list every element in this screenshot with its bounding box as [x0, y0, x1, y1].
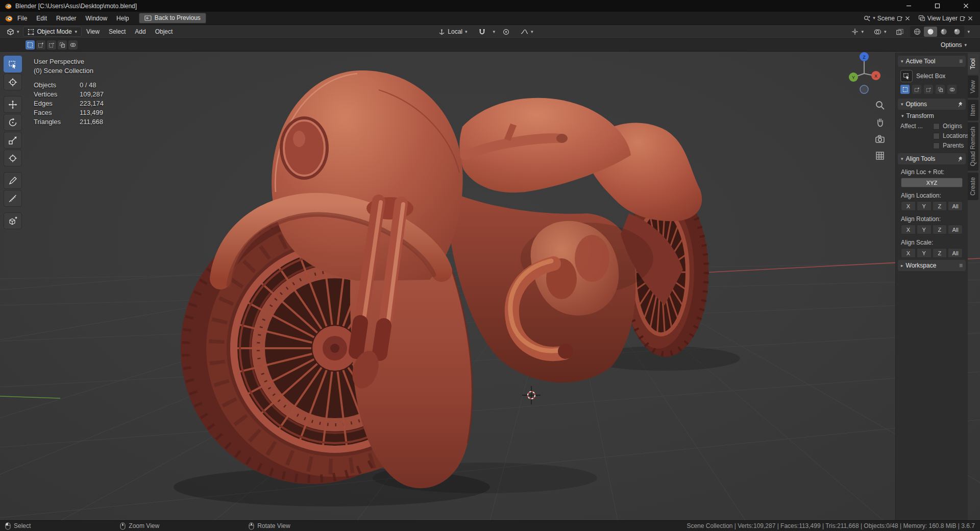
chevron-down-icon: ▾ [17, 30, 19, 34]
align-location-x-button[interactable]: X [901, 201, 916, 211]
xray-toggle[interactable] [893, 27, 907, 37]
align-rotation-y-button[interactable]: Y [917, 225, 932, 234]
align-scale-y-button[interactable]: Y [917, 248, 932, 258]
shading-rendered-button[interactable] [950, 27, 964, 37]
new-scene-icon[interactable] [897, 15, 903, 21]
select-mode-extend[interactable] [912, 85, 921, 94]
select-mode-subtract[interactable] [924, 85, 933, 94]
tool-move[interactable] [4, 96, 22, 113]
select-mode-extend[interactable] [36, 40, 45, 50]
tool-rotate[interactable] [4, 114, 22, 131]
tool-annotate[interactable] [4, 172, 22, 189]
unlink-scene-icon[interactable] [905, 16, 910, 21]
align-xyz-button[interactable]: XYZ [901, 178, 963, 187]
shading-material-button[interactable] [937, 27, 950, 37]
navigation-gizmo[interactable]: Z Y X [841, 50, 887, 96]
select-mode-invert[interactable] [58, 40, 67, 50]
align-location-all-button[interactable]: All [948, 201, 963, 211]
align-scale-all-button[interactable]: All [948, 248, 963, 258]
menu-add[interactable]: Add [130, 27, 150, 37]
align-rotation-x-button[interactable]: X [901, 225, 916, 234]
camera-view-button[interactable] [874, 133, 886, 145]
menu-view[interactable]: View [82, 27, 104, 37]
snap-dropdown-icon[interactable]: ▾ [493, 30, 496, 34]
panel-header-workspace[interactable]: ▸ Workspace ≡ [898, 260, 966, 271]
menu-help[interactable]: Help [112, 13, 134, 23]
menu-select[interactable]: Select [104, 27, 130, 37]
pin-icon[interactable] [958, 102, 963, 107]
tool-scale[interactable] [4, 132, 22, 149]
pin-icon[interactable] [958, 156, 963, 162]
panel-menu-icon[interactable]: ≡ [959, 58, 963, 65]
view-layer-icon[interactable] [918, 15, 925, 21]
panel-menu-icon[interactable]: ≡ [959, 262, 963, 269]
motorcycle-model[interactable] [181, 70, 708, 488]
menu-file[interactable]: File [13, 13, 32, 23]
show-gizmo-dropdown[interactable]: ▾ [848, 27, 867, 37]
panel-header-options[interactable]: ▾ Options [898, 99, 966, 110]
tool-transform[interactable] [4, 150, 22, 166]
shading-solid-button[interactable] [924, 27, 937, 37]
tab-quad-remesh[interactable]: Quad Remesh [968, 122, 978, 171]
menu-object[interactable]: Object [151, 27, 178, 37]
3d-viewport[interactable]: Options ▾ [0, 39, 980, 520]
tab-tool[interactable]: Tool [968, 54, 978, 74]
menu-edit[interactable]: Edit [32, 13, 52, 23]
close-button[interactable] [951, 0, 980, 12]
back-to-previous-button[interactable]: Back to Previous [139, 13, 206, 23]
align-scale-z-button[interactable]: Z [933, 248, 947, 258]
transform-subpanel[interactable]: ▾ Transform [897, 111, 966, 120]
new-view-layer-icon[interactable] [960, 15, 966, 21]
tool-options-dropdown[interactable]: Options ▾ [941, 41, 967, 49]
toggle-orthographic-button[interactable] [874, 150, 886, 162]
align-location-z-button[interactable]: Z [933, 201, 947, 211]
falloff-dropdown[interactable]: ▾ [517, 27, 537, 36]
shading-wireframe-button[interactable] [911, 27, 924, 37]
menu-window[interactable]: Window [81, 13, 112, 23]
align-rotation-all-button[interactable]: All [948, 225, 963, 234]
tool-select-box[interactable] [4, 56, 22, 73]
select-mode-invert[interactable] [936, 85, 945, 94]
panel-header-active-tool[interactable]: ▾ Active Tool ≡ [898, 56, 966, 67]
pan-view-button[interactable] [874, 116, 886, 128]
scene-name[interactable]: Scene [877, 15, 895, 22]
tab-create[interactable]: Create [968, 173, 978, 200]
tool-cursor[interactable] [4, 74, 22, 90]
proportional-editing-toggle[interactable] [499, 27, 513, 37]
shading-dropdown-icon[interactable]: ▾ [967, 30, 970, 34]
blender-logo-icon[interactable] [4, 14, 13, 22]
editor-type-button[interactable]: ▾ [3, 27, 23, 37]
tab-item[interactable]: Item [968, 100, 978, 120]
minimize-button[interactable] [894, 0, 923, 12]
select-box-tool-icon[interactable] [900, 70, 913, 82]
menu-render[interactable]: Render [52, 13, 81, 23]
parents-checkbox[interactable] [933, 142, 940, 149]
select-mode-set[interactable] [26, 40, 35, 50]
select-mode-set[interactable] [900, 85, 910, 94]
chevron-down-icon[interactable]: ▾ [873, 16, 875, 20]
align-scale-x-button[interactable]: X [901, 248, 916, 258]
tool-add-cube[interactable] [4, 212, 22, 229]
viewport-canvas[interactable] [0, 39, 980, 520]
tool-measure[interactable] [4, 190, 22, 207]
zoom-view-button[interactable] [874, 99, 886, 111]
gizmo-z-negative[interactable] [860, 85, 868, 93]
select-mode-subtract[interactable] [47, 40, 56, 50]
overlays-dropdown[interactable]: ▾ [870, 27, 890, 37]
3d-cursor[interactable] [522, 386, 541, 404]
maximize-button[interactable] [923, 0, 951, 12]
mode-dropdown[interactable]: Object Mode ▾ [23, 27, 82, 37]
align-location-y-button[interactable]: Y [917, 201, 932, 211]
browse-scene-icon[interactable] [864, 15, 871, 21]
align-rotation-z-button[interactable]: Z [933, 225, 947, 234]
orientation-dropdown[interactable]: Local ▾ [435, 27, 471, 37]
origins-checkbox[interactable] [933, 123, 940, 130]
tab-view[interactable]: View [968, 76, 978, 98]
select-mode-intersect[interactable] [947, 85, 957, 94]
snap-toggle[interactable] [475, 27, 489, 37]
locations-checkbox[interactable] [933, 133, 940, 139]
remove-view-layer-icon[interactable] [968, 16, 973, 21]
view-layer-name[interactable]: View Layer [927, 15, 958, 22]
panel-header-align-tools[interactable]: ▾ Align Tools [898, 153, 966, 164]
select-mode-intersect[interactable] [68, 40, 78, 50]
